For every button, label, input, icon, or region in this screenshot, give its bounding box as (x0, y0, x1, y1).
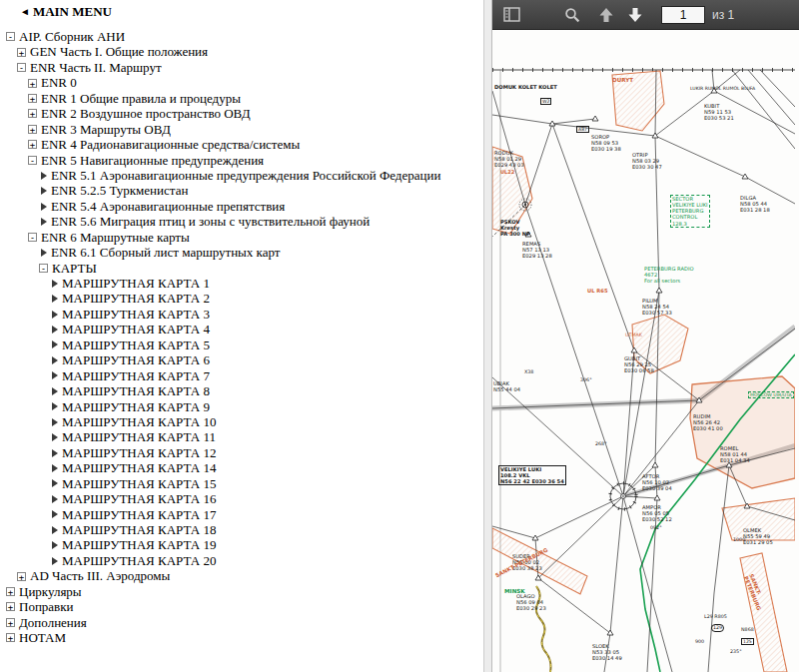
tree-item[interactable]: -ENR 5 Навигационные предупреждения (0, 153, 483, 168)
expand-plus-icon[interactable]: + (6, 587, 15, 596)
tree-item[interactable]: МАРШРУТНАЯ КАРТА 4 (0, 322, 483, 336)
expand-arrow-icon[interactable] (52, 340, 58, 348)
tree-item[interactable]: +Поправки (0, 599, 483, 614)
chart-label: DILGA N58 05 44 E031 28 18 (740, 195, 770, 213)
tree-item[interactable]: МАРШРУТНАЯ КАРТА 3 (0, 307, 483, 322)
collapse-minus-icon[interactable]: - (6, 32, 15, 41)
expand-plus-icon[interactable]: + (28, 79, 37, 88)
chart-label: 1000 (733, 537, 745, 543)
tree-item[interactable]: МАРШРУТНАЯ КАРТА 20 (0, 553, 483, 568)
tree-item[interactable]: +ENR 2 Воздушное пространство ОВД (0, 106, 483, 121)
expand-arrow-icon[interactable] (52, 479, 58, 487)
previous-page-button[interactable] (592, 3, 619, 26)
expand-arrow-icon[interactable] (52, 311, 58, 319)
tree-item[interactable]: -ENR 6 Маршрутные карты (0, 230, 483, 245)
tree-item[interactable]: ENR 5.1 Аэронавигационные предупреждения… (0, 168, 483, 183)
expand-arrow-icon[interactable] (52, 510, 58, 518)
tree-item[interactable]: МАРШРУТНАЯ КАРТА 9 (0, 399, 483, 414)
tree-item[interactable]: МАРШРУТНАЯ КАРТА 15 (0, 476, 483, 491)
expand-plus-icon[interactable]: + (28, 109, 37, 118)
tree-item[interactable]: +AD Часть III. Аэродромы (0, 568, 483, 583)
tree-item-label: НОТАМ (19, 630, 66, 645)
collapse-minus-icon[interactable]: - (17, 63, 26, 72)
main-menu-header[interactable]: ◄MAIN MENU (0, 2, 483, 20)
tree-item[interactable]: МАРШРУТНАЯ КАРТА 14 (0, 460, 483, 475)
tree-item[interactable]: МАРШРУТНАЯ КАРТА 17 (0, 507, 483, 522)
expand-arrow-icon[interactable] (41, 249, 47, 257)
find-button[interactable] (558, 3, 585, 26)
tree-item[interactable]: +Дополнения (0, 615, 483, 630)
expand-arrow-icon[interactable] (52, 541, 58, 549)
tree-item[interactable]: +ENR 3 Маршруты ОВД (0, 122, 483, 137)
expand-plus-icon[interactable]: + (6, 633, 15, 642)
collapse-minus-icon[interactable]: - (28, 156, 37, 165)
expand-arrow-icon[interactable] (52, 526, 58, 534)
tree-item[interactable]: МАРШРУТНАЯ КАРТА 5 (0, 337, 483, 352)
expand-arrow-icon[interactable] (52, 557, 58, 565)
expand-arrow-icon[interactable] (41, 187, 47, 195)
tree-item-label: МАРШРУТНАЯ КАРТА 14 (62, 460, 216, 475)
chart-label: VELIKIYE LUKI 108.2 VKL N56 22 42 E030 3… (498, 465, 566, 485)
panel-divider[interactable] (483, 0, 492, 672)
tree-item[interactable]: ENR 5.4 Аэронавигационные препятствия (0, 199, 483, 214)
tree-item[interactable]: МАРШРУТНАЯ КАРТА 2 (0, 291, 483, 306)
tree-item[interactable]: ENR 5.6 Миграция птиц и зоны с чувствите… (0, 214, 483, 229)
route-chart-canvas[interactable]: DOMUK KOLET KOLETDURYTLUKIR RUMOL RUMOL … (492, 29, 799, 672)
tree-item[interactable]: +ENR 4 Радионавигационные средства/систе… (0, 137, 483, 152)
tree-item[interactable]: МАРШРУТНАЯ КАРТА 8 (0, 383, 483, 398)
tree-item[interactable]: МАРШРУТНАЯ КАРТА 18 (0, 522, 483, 537)
chart-label: 900 (695, 639, 704, 645)
chart-label: 129 (711, 624, 724, 632)
tree-item[interactable]: +НОТАМ (0, 630, 483, 645)
expand-arrow-icon[interactable] (52, 280, 58, 288)
tree-item[interactable]: +Циркуляры (0, 584, 483, 599)
tree-item[interactable]: МАРШРУТНАЯ КАРТА 6 (0, 352, 483, 367)
toggle-sidebar-button[interactable] (498, 3, 525, 26)
tree-item[interactable]: -ENR Часть II. Маршрут (0, 60, 483, 75)
tree-item[interactable]: МАРШРУТНАЯ КАРТА 1 (0, 276, 483, 291)
tree-item[interactable]: МАРШРУТНАЯ КАРТА 19 (0, 537, 483, 552)
expand-plus-icon[interactable]: + (17, 572, 26, 581)
collapse-minus-icon[interactable]: - (28, 233, 37, 242)
expand-arrow-icon[interactable] (52, 371, 58, 379)
expand-arrow-icon[interactable] (52, 495, 58, 503)
expand-arrow-icon[interactable] (52, 387, 58, 395)
expand-arrow-icon[interactable] (52, 464, 58, 472)
expand-arrow-icon[interactable] (41, 172, 47, 180)
tree-item[interactable]: МАРШРУТНАЯ КАРТА 16 (0, 491, 483, 506)
expand-arrow-icon[interactable] (41, 203, 47, 211)
collapse-minus-icon[interactable]: - (39, 264, 48, 273)
tree-item[interactable]: +ENR 1 Общие правила и процедуры (0, 91, 483, 106)
expand-arrow-icon[interactable] (41, 218, 47, 226)
tree-item[interactable]: МАРШРУТНАЯ КАРТА 11 (0, 429, 483, 444)
next-page-button[interactable] (621, 3, 648, 26)
expand-arrow-icon[interactable] (52, 433, 58, 441)
page-number-input[interactable] (661, 6, 705, 24)
expand-arrow-icon[interactable] (52, 418, 58, 426)
expand-plus-icon[interactable]: + (17, 48, 26, 57)
tree-item[interactable]: МАРШРУТНАЯ КАРТА 12 (0, 445, 483, 460)
tree-item[interactable]: -AIP. Сборник АНИ (0, 29, 483, 44)
chart-label: PETERBURG RADIO 4672 For all sectors (644, 266, 694, 284)
expand-arrow-icon[interactable] (52, 449, 58, 457)
expand-plus-icon[interactable]: + (28, 94, 37, 103)
tree-item[interactable]: МАРШРУТНАЯ КАРТА 10 (0, 414, 483, 429)
expand-plus-icon[interactable]: + (6, 618, 15, 627)
expand-arrow-icon[interactable] (52, 402, 58, 410)
expand-plus-icon[interactable]: + (28, 125, 37, 134)
tree-item-label: МАРШРУТНАЯ КАРТА 16 (62, 491, 216, 506)
expand-plus-icon[interactable]: + (6, 602, 15, 611)
expand-arrow-icon[interactable] (52, 326, 58, 334)
tree-item[interactable]: +GEN Часть I. Общие положения (0, 44, 483, 59)
tree-item[interactable]: ENR 6.1 Сборный лист маршрутных карт (0, 245, 483, 260)
navigation-tree-panel: ◄MAIN MENU -AIP. Сборник АНИ+GEN Часть I… (0, 0, 483, 672)
expand-plus-icon[interactable]: + (28, 140, 37, 149)
tree-item[interactable]: ENR 5.2.5 Туркменистан (0, 183, 483, 198)
tree-item[interactable]: -КАРТЫ (0, 261, 483, 276)
chart-label: 306° (580, 377, 592, 383)
chart-label: UBIAK N55 44 04 (493, 380, 520, 392)
tree-item[interactable]: МАРШРУТНАЯ КАРТА 7 (0, 368, 483, 383)
expand-arrow-icon[interactable] (52, 295, 58, 303)
tree-item[interactable]: +ENR 0 (0, 75, 483, 90)
expand-arrow-icon[interactable] (52, 356, 58, 364)
